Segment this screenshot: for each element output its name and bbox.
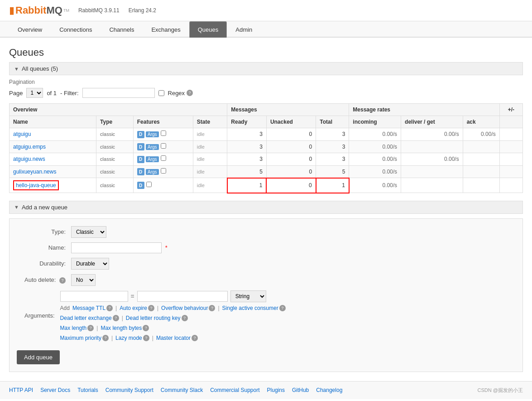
- plus-minus-btn[interactable]: +/-: [499, 104, 522, 116]
- auto-expire-help[interactable]: ?: [148, 305, 154, 311]
- queue-name-link[interactable]: atguigu: [13, 131, 31, 137]
- name-input[interactable]: [71, 242, 162, 253]
- arg-link-max-length[interactable]: Max length: [60, 325, 87, 331]
- version-erlang: Erlang 24.2: [129, 7, 156, 14]
- arg-link-master-locator[interactable]: Master locator: [156, 335, 191, 341]
- arg-link-auto-expire[interactable]: Auto expire: [120, 305, 147, 311]
- master-locator-help[interactable]: ?: [192, 335, 198, 341]
- queue-total: 3: [316, 140, 349, 153]
- feature-checkbox[interactable]: [161, 143, 166, 149]
- col-group-messages: Messages: [227, 104, 349, 116]
- arg-link-overflow[interactable]: Overflow behaviour: [161, 305, 208, 311]
- queue-deliver-get: [401, 178, 463, 193]
- all-queues-label: All queues (5): [22, 65, 58, 72]
- dead-letter-exchange-help[interactable]: ?: [113, 315, 119, 321]
- regex-help-icon[interactable]: ?: [187, 90, 193, 96]
- single-active-help[interactable]: ?: [279, 305, 286, 311]
- footer-github[interactable]: GitHub: [292, 387, 309, 393]
- col-total: Total: [316, 116, 349, 128]
- all-queues-header[interactable]: ▼ All queues (5): [9, 62, 523, 75]
- queue-name[interactable]: hello-java-queue: [13, 180, 59, 190]
- lazy-mode-help[interactable]: ?: [143, 335, 149, 341]
- row-extra: [499, 128, 522, 141]
- arg-link-max-priority[interactable]: Maximum priority: [60, 335, 101, 341]
- max-priority-help[interactable]: ?: [102, 335, 109, 341]
- arg-link-dead-letter-routing-key[interactable]: Dead letter routing key: [126, 315, 181, 321]
- footer-plugins[interactable]: Plugins: [267, 387, 285, 393]
- footer-tutorials[interactable]: Tutorials: [77, 387, 98, 393]
- add-queue-form: Type: Classic Quorum Stream Name: * Dura…: [9, 218, 523, 372]
- auto-delete-help-icon[interactable]: ?: [59, 277, 66, 284]
- dead-letter-routing-key-help[interactable]: ?: [182, 315, 188, 321]
- footer-community-support[interactable]: Community Support: [105, 387, 153, 393]
- feature-checkbox[interactable]: [161, 168, 166, 174]
- arg-link-dead-letter-exchange[interactable]: Dead letter exchange: [60, 315, 112, 321]
- col-type: Type: [96, 116, 134, 128]
- overflow-help[interactable]: ?: [209, 305, 215, 311]
- durability-row: Durability: Durable Transient: [17, 258, 515, 270]
- queue-total: 3: [316, 128, 349, 141]
- arg-link-lazy-mode[interactable]: Lazy mode: [115, 335, 142, 341]
- add-queue-section-header[interactable]: ▼ Add a new queue: [9, 201, 523, 214]
- durability-select[interactable]: Durable Transient: [71, 258, 109, 270]
- row-extra: [499, 153, 522, 166]
- required-star: *: [165, 244, 168, 251]
- feature-checkbox[interactable]: [161, 130, 166, 136]
- col-ready: Ready: [227, 116, 267, 128]
- table-row: atguigu.newsclassicD Argsidle3030.00/s0.…: [10, 153, 523, 166]
- queue-name-link[interactable]: atguigu.emps: [13, 144, 46, 150]
- auto-delete-input: No Yes: [71, 274, 96, 286]
- add-queue-button[interactable]: Add queue: [17, 350, 60, 364]
- args-val-input[interactable]: [137, 291, 228, 302]
- queue-total: 3: [316, 153, 349, 166]
- footer-community-slack[interactable]: Community Slack: [161, 387, 203, 393]
- add-queue-section-label: Add a new queue: [22, 204, 67, 211]
- arg-link-message-ttl[interactable]: Message TTL: [72, 305, 105, 311]
- args-row: = String Number Boolean List: [60, 290, 515, 302]
- feature-checkbox[interactable]: [146, 182, 152, 187]
- logo: ▮ RabbitMQTM: [9, 5, 69, 16]
- type-row: Type: Classic Quorum Stream: [17, 226, 515, 238]
- nav-exchanges[interactable]: Exchanges: [143, 21, 189, 38]
- feature-checkbox[interactable]: [161, 155, 166, 161]
- col-name: Name: [10, 116, 96, 128]
- queue-features: D Args: [133, 128, 193, 141]
- col-group-rates: Message rates: [349, 104, 499, 116]
- footer-links: HTTP API Server Docs Tutorials Community…: [9, 387, 342, 393]
- queue-table: Overview Messages Message rates +/- Name…: [9, 103, 523, 193]
- row-extra: [499, 178, 522, 193]
- queue-incoming: 0.00/s: [349, 178, 401, 193]
- queue-name-link[interactable]: gulixueyuan.news: [13, 169, 56, 175]
- regex-checkbox[interactable]: [158, 90, 164, 96]
- col-ack: ack: [463, 116, 499, 128]
- nav-channels[interactable]: Channels: [101, 21, 143, 38]
- args-key-input[interactable]: [60, 291, 128, 302]
- logo-rabbit: Rabbit: [15, 5, 46, 16]
- queue-ready: 1: [227, 178, 267, 193]
- message-ttl-help[interactable]: ?: [106, 305, 113, 311]
- auto-delete-select[interactable]: No Yes: [71, 274, 96, 286]
- max-length-bytes-help[interactable]: ?: [143, 325, 149, 331]
- durability-label: Durability:: [17, 260, 71, 267]
- nav-connections[interactable]: Connections: [51, 21, 101, 38]
- args-type-select[interactable]: String Number Boolean List: [230, 290, 266, 302]
- arg-link-max-length-bytes[interactable]: Max length bytes: [101, 325, 142, 331]
- queue-ack: [463, 153, 499, 166]
- table-row: atguiguclassicD Argsidle3030.00/s0.00/s0…: [10, 128, 523, 141]
- nav-admin[interactable]: Admin: [227, 21, 261, 38]
- queue-features: D: [133, 178, 193, 193]
- filter-input[interactable]: [82, 88, 155, 98]
- nav-overview[interactable]: Overview: [9, 21, 51, 38]
- footer-server-docs[interactable]: Server Docs: [40, 387, 70, 393]
- queue-ack: [463, 140, 499, 153]
- nav-queues[interactable]: Queues: [189, 21, 227, 38]
- footer-changelog[interactable]: Changelog: [316, 387, 342, 393]
- footer-http-api[interactable]: HTTP API: [9, 387, 33, 393]
- page-select[interactable]: 1: [26, 88, 43, 98]
- max-length-help[interactable]: ?: [87, 325, 94, 331]
- queue-name-link[interactable]: atguigu.news: [13, 156, 45, 162]
- arg-link-single-active[interactable]: Single active consumer: [222, 305, 278, 311]
- footer-commercial-support[interactable]: Commercial Support: [210, 387, 259, 393]
- col-deliver-get: deliver / get: [401, 116, 463, 128]
- type-select[interactable]: Classic Quorum Stream: [71, 226, 106, 238]
